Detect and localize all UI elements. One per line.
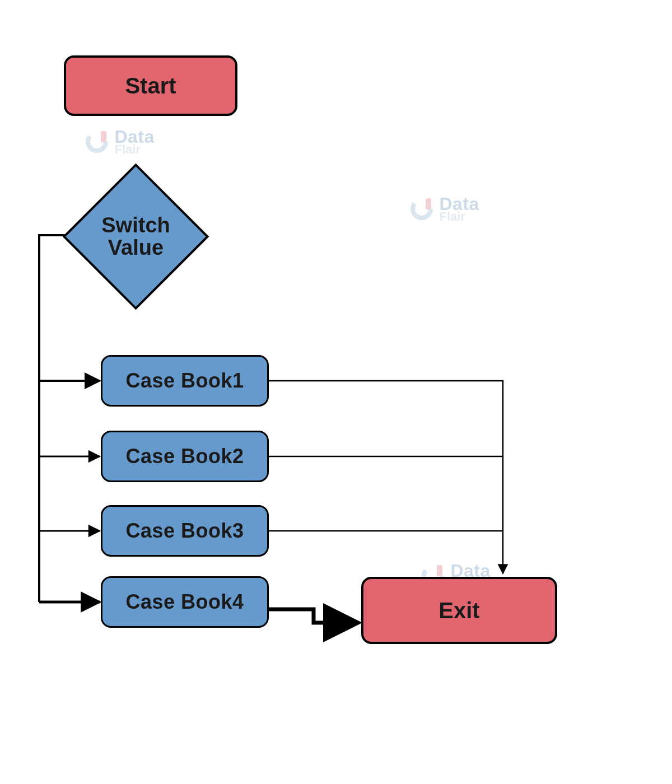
- watermark: Data Flair: [84, 129, 155, 155]
- case3-label: Case Book3: [125, 520, 244, 542]
- svg-rect-3: [426, 198, 431, 209]
- svg-rect-5: [437, 565, 442, 576]
- switch-node: Switch Value: [84, 185, 188, 288]
- case2-label: Case Book2: [125, 445, 244, 468]
- watermark-brand-top: Data: [114, 129, 154, 145]
- start-node: Start: [64, 55, 237, 116]
- edge-switch-bus: [39, 235, 76, 602]
- case4-node: Case Book4: [101, 576, 269, 628]
- watermark: Data Flair: [409, 196, 479, 222]
- svg-point-0: [88, 133, 106, 151]
- case2-node: Case Book2: [101, 431, 269, 482]
- watermark-brand-bottom: Flair: [114, 144, 154, 155]
- case1-node: Case Book1: [101, 355, 269, 407]
- svg-point-2: [413, 200, 431, 218]
- case1-label: Case Book1: [125, 370, 244, 392]
- case4-label: Case Book4: [125, 591, 244, 613]
- svg-rect-1: [101, 131, 106, 142]
- case3-node: Case Book3: [101, 505, 269, 557]
- edge-case1-exit: [269, 381, 503, 573]
- exit-node: Exit: [361, 577, 557, 644]
- edge-case4-exit: [269, 609, 358, 623]
- switch-label: Switch Value: [101, 214, 170, 259]
- start-label: Start: [125, 73, 176, 98]
- exit-label: Exit: [438, 598, 479, 623]
